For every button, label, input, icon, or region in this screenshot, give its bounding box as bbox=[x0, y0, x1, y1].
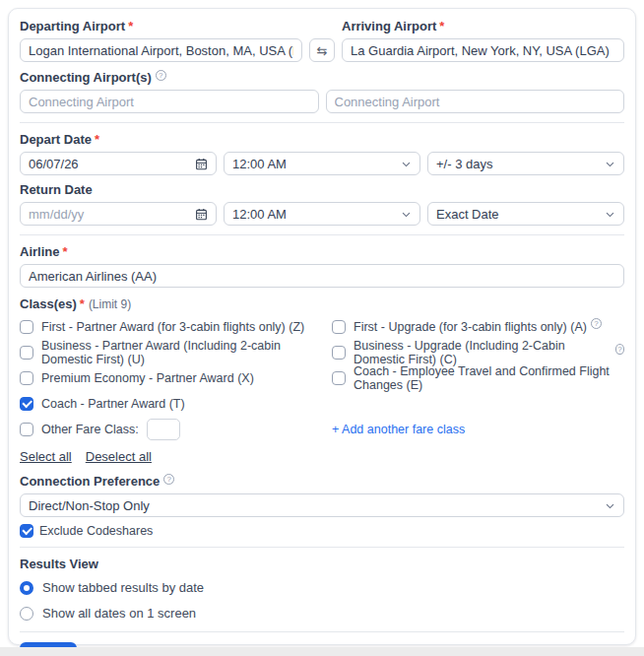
exclude-codeshares-checkbox[interactable] bbox=[20, 524, 33, 538]
class-row-coach-employee-travel[interactable]: Coach - Employee Travel and Confirmed Fl… bbox=[332, 365, 624, 391]
depart-date-window-value: +/- 3 days bbox=[436, 157, 492, 171]
connecting-airport-input-1[interactable] bbox=[20, 90, 319, 113]
return-date-row: 12:00 AM Exact Date bbox=[20, 202, 624, 226]
chevron-down-icon bbox=[401, 159, 412, 169]
class-label-a: First - Upgrade (for 3-cabin flights onl… bbox=[354, 320, 587, 334]
depart-date-row: 12:00 AM +/- 3 days bbox=[20, 152, 624, 175]
divider bbox=[20, 122, 624, 123]
class-checkbox-grid: First - Partner Award (for 3-cabin fligh… bbox=[20, 314, 624, 442]
classes-label: Class(es)*(Limit 9) bbox=[20, 296, 624, 312]
departing-airport-label: Departing Airport* bbox=[20, 19, 302, 33]
swap-icon: ⇆ bbox=[317, 43, 328, 58]
divider bbox=[20, 234, 624, 235]
required-asterisk: * bbox=[439, 19, 444, 33]
add-another-fare-class-link[interactable]: + Add another fare class bbox=[332, 423, 465, 436]
results-view-label: Results View bbox=[20, 557, 624, 571]
class-checkbox-x[interactable] bbox=[20, 371, 33, 385]
depart-time-value: 12:00 AM bbox=[232, 157, 287, 171]
return-date-window-value: Exact Date bbox=[436, 207, 499, 222]
swap-airports-button[interactable]: ⇆ bbox=[309, 38, 335, 62]
return-time-value: 12:00 AM bbox=[232, 207, 287, 222]
calendar-icon[interactable] bbox=[195, 158, 208, 170]
class-row-business-upgrade[interactable]: Business - Upgrade (Including 2-Cabin Do… bbox=[332, 340, 624, 365]
class-label-z: First - Partner Award (for 3-cabin fligh… bbox=[41, 320, 304, 334]
return-date-label-text: Return Date bbox=[20, 182, 93, 197]
radio-all-dates[interactable] bbox=[20, 607, 33, 621]
chevron-down-icon bbox=[605, 500, 615, 511]
class-label-x: Premium Economy - Partner Award (X) bbox=[41, 371, 254, 385]
chevron-down-icon bbox=[605, 159, 615, 169]
airports-row: Departing Airport* Arriving Airport* ⇆ bbox=[20, 19, 624, 62]
results-view-option-all-dates[interactable]: Show all dates on 1 screen bbox=[20, 606, 624, 621]
class-column-left: First - Partner Award (for 3-cabin fligh… bbox=[20, 314, 332, 442]
class-row-business-partner-award[interactable]: Business - Partner Award (Including 2-ca… bbox=[20, 340, 332, 365]
exclude-codeshares-row[interactable]: Exclude Codeshares bbox=[20, 524, 624, 538]
class-label-t: Coach - Partner Award (T) bbox=[41, 397, 185, 411]
return-date-label: Return Date bbox=[20, 182, 624, 197]
return-time-select[interactable]: 12:00 AM bbox=[224, 202, 420, 226]
class-row-other-fare-class[interactable]: Other Fare Class: bbox=[20, 417, 332, 442]
select-links-row: Select allDeselect all bbox=[20, 447, 624, 465]
depart-date-window-select[interactable]: +/- 3 days bbox=[427, 152, 624, 175]
connecting-airports-label-text: Connecting Airport(s) bbox=[20, 70, 152, 85]
class-row-premium-economy-partner-award[interactable]: Premium Economy - Partner Award (X) bbox=[20, 365, 332, 391]
connecting-airports-row bbox=[20, 90, 624, 113]
airline-input[interactable] bbox=[20, 264, 624, 288]
chevron-down-icon bbox=[605, 209, 615, 220]
page-background-strip bbox=[0, 647, 644, 656]
airline-label: Airline* bbox=[20, 244, 624, 259]
depart-date-input[interactable] bbox=[21, 153, 195, 174]
departing-airport-input[interactable] bbox=[20, 38, 302, 62]
flight-search-form: Departing Airport* Arriving Airport* ⇆ C… bbox=[8, 8, 636, 645]
connection-preference-label-text: Connection Preference bbox=[20, 474, 160, 489]
class-checkbox-a[interactable] bbox=[332, 320, 346, 334]
required-asterisk: * bbox=[80, 296, 85, 311]
other-fare-class-input[interactable] bbox=[147, 419, 180, 440]
chevron-down-icon bbox=[401, 209, 412, 220]
exclude-codeshares-label: Exclude Codeshares bbox=[39, 524, 153, 538]
deselect-all-link[interactable]: Deselect all bbox=[86, 449, 152, 464]
depart-date-label: Depart Date* bbox=[20, 132, 624, 147]
departing-airport-label-text: Departing Airport bbox=[20, 19, 125, 33]
connection-preference-value: Direct/Non-Stop Only bbox=[29, 498, 150, 513]
arriving-airport-label-text: Arriving Airport bbox=[342, 19, 436, 33]
help-icon[interactable]: ? bbox=[156, 70, 166, 81]
select-all-link[interactable]: Select all bbox=[20, 449, 72, 464]
class-row-coach-partner-award[interactable]: Coach - Partner Award (T) bbox=[20, 391, 332, 417]
depart-date-field bbox=[20, 152, 217, 175]
classes-label-text: Class(es) bbox=[20, 296, 77, 311]
connecting-airport-input-2[interactable] bbox=[326, 90, 625, 113]
connection-preference-select[interactable]: Direct/Non-Stop Only bbox=[20, 493, 624, 517]
other-fare-class-checkbox[interactable] bbox=[20, 423, 33, 436]
classes-limit-note: (Limit 9) bbox=[89, 297, 131, 311]
radio-all-dates-label: Show all dates on 1 screen bbox=[42, 606, 196, 621]
class-row-first-upgrade[interactable]: First - Upgrade (for 3-cabin flights onl… bbox=[332, 314, 624, 340]
class-label-u: Business - Partner Award (Including 2-ca… bbox=[41, 339, 332, 366]
help-icon[interactable]: ? bbox=[591, 318, 602, 329]
class-checkbox-z[interactable] bbox=[20, 320, 33, 334]
connecting-airports-label: Connecting Airport(s)? bbox=[20, 70, 624, 85]
return-date-input[interactable] bbox=[21, 203, 195, 225]
class-checkbox-t[interactable] bbox=[20, 397, 33, 411]
class-checkbox-c[interactable] bbox=[332, 346, 346, 360]
radio-tabbed-results[interactable] bbox=[20, 581, 33, 595]
divider bbox=[20, 631, 624, 632]
class-row-first-partner-award[interactable]: First - Partner Award (for 3-cabin fligh… bbox=[20, 314, 332, 340]
add-fare-class-row: + Add another fare class bbox=[332, 417, 624, 442]
empty-row bbox=[332, 391, 624, 417]
calendar-icon[interactable] bbox=[195, 208, 208, 221]
other-fare-class-label: Other Fare Class: bbox=[41, 423, 139, 436]
class-checkbox-u[interactable] bbox=[20, 346, 33, 360]
return-date-window-select[interactable]: Exact Date bbox=[427, 202, 624, 226]
class-checkbox-e[interactable] bbox=[332, 371, 346, 385]
depart-time-select[interactable]: 12:00 AM bbox=[224, 152, 420, 175]
arriving-airport-input[interactable] bbox=[342, 38, 624, 62]
depart-date-label-text: Depart Date bbox=[20, 132, 92, 147]
help-icon[interactable]: ? bbox=[615, 344, 624, 355]
help-icon[interactable]: ? bbox=[163, 474, 174, 485]
return-date-field bbox=[20, 202, 217, 226]
required-asterisk: * bbox=[95, 132, 99, 147]
divider bbox=[20, 547, 624, 548]
results-view-option-tabbed[interactable]: Show tabbed results by date bbox=[20, 580, 624, 595]
class-label-c: Business - Upgrade (Including 2-Cabin Do… bbox=[354, 339, 612, 366]
